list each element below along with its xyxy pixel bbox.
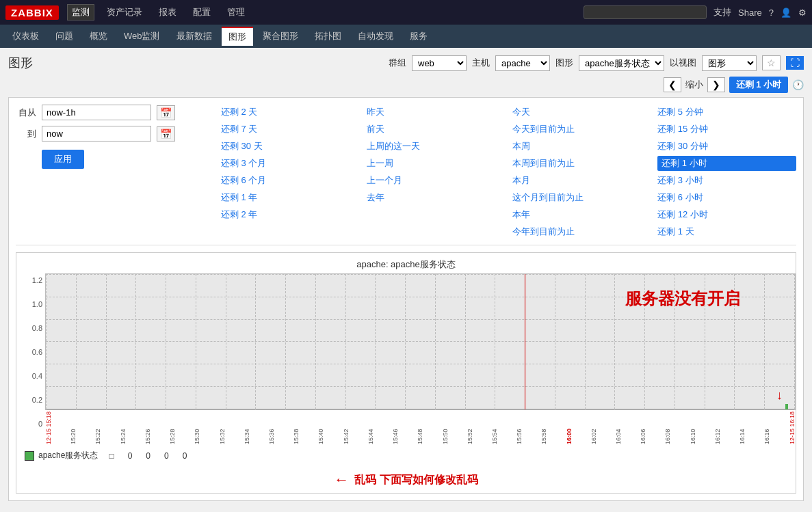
- time-nav: ❮ 缩小 ❯ 还剩 1 小时 🕐: [8, 77, 804, 93]
- x-label-1542: 15:42: [343, 412, 350, 444]
- from-row: 自从 📅: [16, 105, 207, 120]
- sec-nav-discovery[interactable]: 自动发现: [351, 27, 400, 45]
- x-label-1522: 15:22: [94, 412, 101, 444]
- shortcut-yesterday[interactable]: 昨天: [367, 105, 506, 120]
- x-label-1538: 15:38: [293, 412, 300, 444]
- sec-nav-web[interactable]: Web监测: [117, 27, 167, 45]
- x-label-1526: 15:26: [144, 412, 151, 444]
- time-next-button[interactable]: ❯: [707, 77, 725, 92]
- to-input[interactable]: [42, 126, 151, 142]
- search-input[interactable]: [584, 5, 707, 19]
- y-label-12: 1.2: [32, 276, 42, 284]
- shortcut-6hours[interactable]: 还剩 6 小时: [657, 190, 796, 205]
- shortcut-thisyear[interactable]: 本年: [512, 207, 651, 222]
- shortcut-1year[interactable]: 还剩 1 年: [221, 190, 360, 205]
- shortcut-thisweek[interactable]: 本周: [512, 139, 651, 154]
- nav-reports[interactable]: 报表: [155, 5, 181, 20]
- x-label-1612: 16:12: [714, 412, 721, 444]
- y-label-10: 1.0: [32, 300, 42, 308]
- support-link[interactable]: 支持: [713, 6, 731, 18]
- shortcut-thisweekday[interactable]: 上周的这一天: [367, 139, 506, 154]
- sec-nav-topology[interactable]: 拓扑图: [308, 27, 348, 45]
- page-content: 图形 群组 web 主机 apache 图形 apache服务状态 以视图 图形…: [0, 48, 812, 508]
- sec-nav-problems[interactable]: 问题: [49, 27, 80, 45]
- time-prev-button[interactable]: ❮: [664, 77, 681, 92]
- shortcut-15min[interactable]: 还剩 15 分钟: [657, 122, 796, 137]
- toolbar-right: 群组 web 主机 apache 图形 apache服务状态 以视图 图形 ☆ …: [389, 55, 804, 71]
- sec-nav-latest[interactable]: 最新数据: [170, 27, 219, 45]
- shortcut-thismonth-so-far[interactable]: 这个月到目前为止: [512, 190, 651, 205]
- group-label: 群组: [389, 57, 406, 69]
- shortcut-1day[interactable]: 还剩 1 天: [657, 224, 796, 239]
- shortcut-30min[interactable]: 还剩 30 分钟: [657, 139, 796, 154]
- x-label-1610: 16:10: [690, 412, 696, 444]
- shortcut-12hours[interactable]: 还剩 12 小时: [657, 207, 796, 222]
- nav-monitor[interactable]: 监测: [67, 4, 94, 21]
- sec-nav-dashboard[interactable]: 仪表板: [5, 27, 46, 45]
- shortcut-3months[interactable]: 还剩 3 个月: [221, 156, 360, 171]
- shortcut-lastweek[interactable]: 上一周: [367, 156, 506, 171]
- group-select[interactable]: web: [412, 55, 467, 71]
- shortcut-6months[interactable]: 还剩 6 个月: [221, 173, 360, 188]
- graph-select[interactable]: apache服务状态: [579, 55, 664, 71]
- x-label-1606: 16:06: [640, 412, 646, 444]
- share-link[interactable]: Share: [738, 8, 762, 18]
- shortcut-daybeforeyesterday[interactable]: 前天: [367, 122, 506, 137]
- settings-icon[interactable]: ⚙: [798, 8, 807, 18]
- y-label-08: 0.8: [32, 324, 42, 332]
- time-period-layout: 自从 📅 到 📅 应用 还剩 2 天 昨天 今天 还剩 5: [16, 105, 796, 239]
- shortcut-7days[interactable]: 还剩 7 天: [221, 122, 360, 137]
- x-label-1548: 15:48: [417, 412, 423, 444]
- chart-bar: [785, 404, 788, 409]
- y-label-02: 0.2: [32, 396, 42, 404]
- x-label-1532: 15:32: [219, 412, 226, 444]
- shortcut-30days[interactable]: 还剩 30 天: [221, 139, 360, 154]
- x-date-end: 12-15 16:18: [789, 412, 796, 444]
- from-calendar-icon[interactable]: 📅: [157, 105, 175, 120]
- graph-label: 图形: [555, 57, 573, 69]
- shortcut-2days[interactable]: 还剩 2 天: [221, 105, 360, 120]
- shortcut-5min[interactable]: 还剩 5 分钟: [657, 105, 796, 120]
- shortcut-thisweek-so-far[interactable]: 本周到目前为止: [512, 156, 651, 171]
- chart-area: apache: apache服务状态 1.2 1.0 0.8 0.6 0.4 0…: [16, 252, 796, 494]
- x-date-start: 12-15 15:18: [45, 412, 52, 444]
- from-input[interactable]: [42, 105, 151, 120]
- top-navbar: ZABBIX 监测 资产记录 报表 配置 管理 支持 Share ? 👤 ⚙: [0, 0, 812, 25]
- sec-nav-services[interactable]: 服务: [403, 27, 434, 45]
- shortcut-lastmonth[interactable]: 上一个月: [367, 173, 506, 188]
- help-icon[interactable]: ?: [769, 8, 774, 18]
- x-label-1552: 15:52: [467, 412, 473, 444]
- view-label: 以视图: [670, 57, 696, 69]
- shortcut-today-so-far[interactable]: 今天到目前为止: [512, 122, 651, 137]
- time-active-button[interactable]: 还剩 1 小时: [729, 77, 788, 93]
- x-label-1600: 16:00: [566, 412, 573, 444]
- x-label-1556: 15:56: [516, 412, 523, 444]
- shortcut-3hours[interactable]: 还剩 3 小时: [657, 173, 796, 188]
- sec-nav-graphs[interactable]: 图形: [222, 27, 253, 46]
- apply-button[interactable]: 应用: [42, 150, 84, 169]
- time-form: 自从 📅 到 📅 应用: [16, 105, 207, 239]
- sec-nav-overview[interactable]: 概览: [83, 27, 114, 45]
- shortcut-thisyear-so-far[interactable]: 今年到目前为止: [512, 224, 651, 239]
- host-select[interactable]: apache: [495, 55, 550, 71]
- star-button[interactable]: ☆: [762, 55, 781, 70]
- view-select[interactable]: 图形: [702, 55, 757, 71]
- nav-admin[interactable]: 管理: [223, 5, 249, 20]
- nav-assets[interactable]: 资产记录: [103, 5, 146, 20]
- shortcut-thismonth[interactable]: 本月: [512, 173, 651, 188]
- down-arrow-icon: ↓: [776, 388, 783, 403]
- to-label: 到: [16, 128, 36, 140]
- shortcut-lastyear[interactable]: 去年: [367, 190, 506, 205]
- to-calendar-icon[interactable]: 📅: [157, 126, 175, 142]
- server-down-label: 服务器没有开启: [625, 288, 740, 310]
- shortcut-today[interactable]: 今天: [512, 105, 651, 120]
- x-label-1602: 16:02: [590, 412, 597, 444]
- legend-name: apache服务状态: [38, 450, 98, 461]
- sec-nav-screenboards[interactable]: 聚合图形: [256, 27, 305, 45]
- shortcut-2years[interactable]: 还剩 2 年: [221, 207, 360, 222]
- user-icon[interactable]: 👤: [781, 8, 791, 18]
- x-label-1530: 15:30: [194, 412, 200, 444]
- shortcut-1hour[interactable]: 还剩 1 小时: [657, 156, 796, 171]
- nav-config[interactable]: 配置: [189, 5, 215, 20]
- kiosk-button[interactable]: ⛶: [786, 56, 804, 70]
